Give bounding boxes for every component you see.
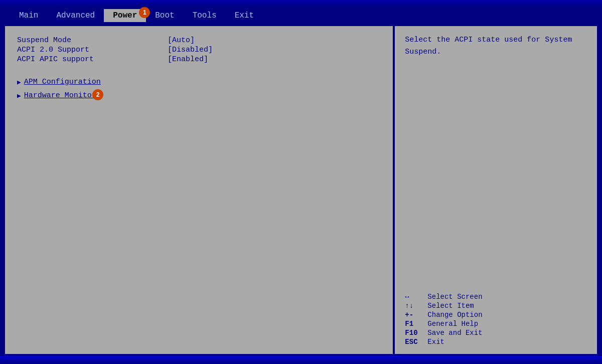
submenu-label: Hardware Monitor	[24, 91, 96, 100]
submenu-label: APM Configuration	[24, 78, 101, 86]
key-help-row: ↑↓Select Item	[405, 302, 587, 310]
key-name: ESC	[405, 338, 427, 346]
title-bar	[0, 0, 602, 7]
setting-row: ACPI APIC support[Enabled]	[17, 55, 381, 64]
key-desc: General Help	[427, 320, 587, 328]
key-desc: Exit	[427, 338, 587, 346]
nav-item-main[interactable]: Main	[10, 9, 47, 22]
setting-value: [Auto]	[168, 36, 195, 45]
main-content: Suspend Mode[Auto]ACPI 2.0 Support[Disab…	[5, 26, 597, 354]
submenu-item-0[interactable]: ▶APM Configuration	[17, 78, 381, 86]
help-text: Select the ACPI state used for System Su…	[405, 34, 587, 58]
setting-row: Suspend Mode[Auto]	[17, 36, 381, 45]
key-desc: Select Screen	[427, 293, 587, 301]
key-name: F1	[405, 320, 427, 328]
setting-value: [Disabled]	[168, 46, 213, 54]
right-panel: Select the ACPI state used for System Su…	[395, 26, 597, 354]
submenu-arrow-icon: ▶	[17, 92, 21, 100]
key-desc: Save and Exit	[427, 329, 587, 337]
submenu-badge: 2	[92, 89, 103, 100]
key-help: ↔Select Screen↑↓Select Item+-Change Opti…	[405, 293, 587, 346]
submenu-item-1[interactable]: ▶Hardware Monitor2	[17, 91, 381, 100]
footer-bar	[0, 356, 602, 364]
key-desc: Change Option	[427, 311, 587, 319]
nav-item-advanced[interactable]: Advanced	[47, 9, 104, 22]
nav-bar: MainAdvancedPower1BootToolsExit	[0, 7, 602, 24]
key-help-row: F10Save and Exit	[405, 329, 587, 337]
key-help-row: ↔Select Screen	[405, 293, 587, 301]
key-name: ↑↓	[405, 302, 427, 310]
key-name: ↔	[405, 293, 427, 301]
key-name: F10	[405, 329, 427, 337]
setting-value: [Enabled]	[168, 55, 208, 64]
left-panel: Suspend Mode[Auto]ACPI 2.0 Support[Disab…	[5, 26, 393, 354]
submenu-arrow-icon: ▶	[17, 78, 21, 86]
key-desc: Select Item	[427, 302, 587, 310]
nav-item-boot[interactable]: Boot	[146, 9, 183, 22]
nav-item-exit[interactable]: Exit	[226, 9, 263, 22]
setting-label: ACPI 2.0 Support	[17, 46, 168, 54]
key-help-row: ESCExit	[405, 338, 587, 346]
key-help-row: F1General Help	[405, 320, 587, 328]
setting-label: ACPI APIC support	[17, 55, 168, 64]
key-name: +-	[405, 311, 427, 319]
setting-label: Suspend Mode	[17, 36, 168, 45]
key-help-row: +-Change Option	[405, 311, 587, 319]
nav-item-power[interactable]: Power1	[104, 9, 146, 22]
nav-item-tools[interactable]: Tools	[184, 9, 226, 22]
setting-row: ACPI 2.0 Support[Disabled]	[17, 46, 381, 54]
